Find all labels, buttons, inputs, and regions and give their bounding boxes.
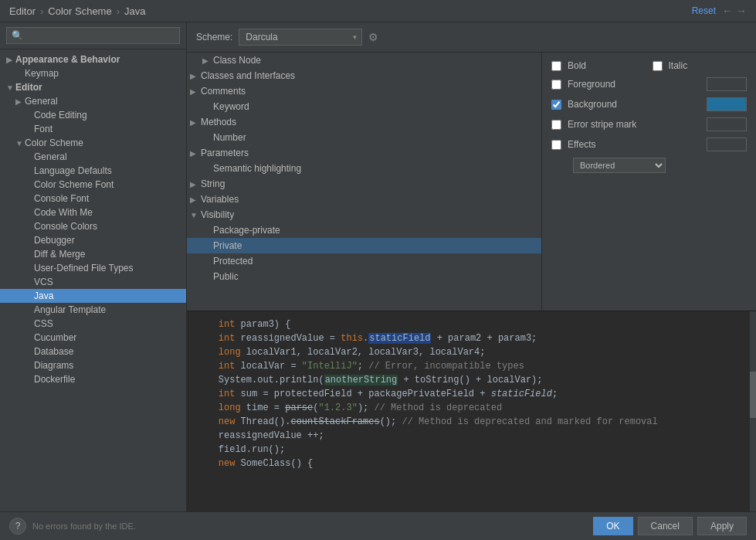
gear-button[interactable]: ⚙ bbox=[368, 31, 378, 43]
sidebar-item-label: Font bbox=[34, 124, 53, 134]
split-area: ▶ Class Node ▶ Classes and Interfaces ▶ … bbox=[187, 53, 756, 311]
opt-item-semantic[interactable]: Semantic highlighting bbox=[187, 161, 541, 176]
opt-item-label: Semantic highlighting bbox=[213, 163, 301, 174]
background-label: Background bbox=[568, 99, 700, 110]
sidebar-item-cs-general[interactable]: General bbox=[0, 150, 186, 164]
code-line: int sum = protectedField + packagePrivat… bbox=[196, 387, 747, 401]
opt-item-class-nodes[interactable]: ▶ Class Node bbox=[187, 53, 541, 68]
scheme-select[interactable]: Darcula Default High Contrast bbox=[239, 29, 362, 46]
background-color-swatch[interactable] bbox=[707, 97, 747, 111]
opt-item-visibility[interactable]: ▼ Visibility bbox=[187, 207, 541, 222]
sidebar-item-user-defined[interactable]: User-Defined File Types bbox=[0, 261, 186, 275]
reset-button[interactable]: Reset bbox=[692, 5, 716, 16]
sidebar-item-diagrams[interactable]: Diagrams bbox=[0, 358, 186, 372]
sidebar-item-general[interactable]: ▶ General bbox=[0, 94, 186, 108]
opt-item-string[interactable]: ▶ String bbox=[187, 176, 541, 192]
sidebar-item-code-with-me[interactable]: Code With Me bbox=[0, 205, 186, 219]
effects-row: Effects bbox=[551, 138, 747, 151]
sidebar-item-label: Console Colors bbox=[34, 221, 97, 232]
arrow-icon: ▼ bbox=[6, 83, 15, 92]
sidebar-item-angular-template[interactable]: Angular Template bbox=[0, 303, 186, 317]
breadcrumb-editor: Editor bbox=[9, 5, 36, 17]
sidebar-item-font[interactable]: Font bbox=[0, 122, 186, 136]
sidebar-item-label: Java bbox=[34, 290, 53, 301]
effects-color-swatch[interactable] bbox=[707, 138, 747, 151]
background-checkbox[interactable] bbox=[551, 100, 561, 110]
arrow-icon: ▶ bbox=[190, 195, 201, 204]
sidebar-item-label: Color Scheme bbox=[25, 138, 83, 148]
arrow-icon: ▶ bbox=[190, 180, 201, 188]
sidebar-item-console-colors[interactable]: Console Colors bbox=[0, 219, 186, 233]
options-tree: ▶ Class Node ▶ Classes and Interfaces ▶ … bbox=[187, 53, 542, 311]
sidebar-item-database[interactable]: Database bbox=[0, 345, 186, 358]
foreground-color-swatch[interactable] bbox=[707, 77, 747, 91]
bold-label: Bold bbox=[568, 60, 646, 71]
sidebar-item-code-editing[interactable]: Code Editing bbox=[0, 108, 186, 122]
sidebar-item-label: Diff & Merge bbox=[34, 249, 85, 260]
arrow-icon: ▼ bbox=[190, 211, 201, 219]
sidebar-item-label: General bbox=[25, 96, 58, 107]
sidebar-item-editor[interactable]: ▼ Editor bbox=[0, 80, 186, 94]
sidebar-item-debugger[interactable]: Debugger bbox=[0, 233, 186, 247]
opt-item-comments[interactable]: ▶ Comments bbox=[187, 83, 541, 99]
scrollbar-thumb[interactable] bbox=[750, 372, 756, 418]
effects-type-select[interactable]: Bordered Underscored Bold Underscored St… bbox=[573, 158, 666, 173]
sidebar-item-label: User-Defined File Types bbox=[34, 263, 134, 273]
opt-item-classes-interfaces[interactable]: ▶ Classes and Interfaces bbox=[187, 68, 541, 83]
opt-item-number[interactable]: Number bbox=[187, 130, 541, 145]
opt-item-label: Protected bbox=[213, 256, 253, 267]
sidebar-item-diff-merge[interactable]: Diff & Merge bbox=[0, 247, 186, 261]
opt-item-protected[interactable]: Protected bbox=[187, 253, 541, 269]
scheme-row: Scheme: Darcula Default High Contrast ⚙ bbox=[187, 22, 756, 53]
foreground-label: Foreground bbox=[568, 79, 700, 90]
effects-checkbox[interactable] bbox=[551, 140, 561, 150]
opt-item-label: Methods bbox=[201, 117, 236, 127]
opt-item-public[interactable]: Public bbox=[187, 269, 541, 284]
back-button[interactable]: ← bbox=[722, 5, 733, 17]
effects-type-row: Bordered Underscored Bold Underscored St… bbox=[551, 158, 747, 173]
opt-item-methods[interactable]: ▶ Methods bbox=[187, 114, 541, 130]
sidebar-item-keymap[interactable]: Keymap bbox=[0, 66, 186, 80]
forward-button[interactable]: → bbox=[736, 5, 747, 17]
arrow-icon: ▶ bbox=[202, 56, 213, 65]
error-stripe-checkbox[interactable] bbox=[551, 120, 561, 130]
opt-item-parameters[interactable]: ▶ Parameters bbox=[187, 145, 541, 161]
apply-button[interactable]: Apply bbox=[697, 517, 747, 535]
sidebar-item-vcs[interactable]: VCS bbox=[0, 275, 186, 289]
italic-label: Italic bbox=[669, 60, 748, 71]
sidebar-item-dockerfile[interactable]: Dockerfile bbox=[0, 372, 186, 386]
sidebar-item-console-font[interactable]: Console Font bbox=[0, 192, 186, 205]
sidebar-item-java[interactable]: Java bbox=[0, 289, 186, 303]
sidebar-item-label: Debugger bbox=[34, 235, 75, 246]
sidebar-item-label: Code With Me bbox=[34, 207, 93, 218]
opt-item-private[interactable]: Private bbox=[187, 238, 541, 253]
sidebar-item-color-scheme-font[interactable]: Color Scheme Font bbox=[0, 178, 186, 192]
arrow-icon: ▶ bbox=[190, 118, 201, 127]
sidebar-item-appearance[interactable]: ▶ Appearance & Behavior bbox=[0, 53, 186, 66]
help-button[interactable]: ? bbox=[9, 518, 26, 535]
sidebar-item-label: Appearance & Behavior bbox=[15, 54, 120, 65]
sidebar-item-cucumber[interactable]: Cucumber bbox=[0, 331, 186, 345]
code-line: int localVar = "IntelliJ"; // Error, inc… bbox=[196, 359, 747, 373]
breadcrumb-sep-2: › bbox=[117, 5, 120, 17]
opt-item-variables[interactable]: ▶ Variables bbox=[187, 192, 541, 207]
sidebar-item-css[interactable]: CSS bbox=[0, 317, 186, 331]
scrollbar-track bbox=[750, 311, 756, 511]
opt-item-package-private[interactable]: Package-private bbox=[187, 222, 541, 238]
foreground-checkbox[interactable] bbox=[551, 80, 561, 90]
ok-button[interactable]: OK bbox=[593, 517, 632, 535]
sidebar-item-language-defaults[interactable]: Language Defaults bbox=[0, 164, 186, 178]
search-input[interactable] bbox=[6, 27, 180, 44]
cancel-button[interactable]: Cancel bbox=[638, 517, 693, 535]
sidebar-item-label: VCS bbox=[34, 277, 53, 287]
sidebar-item-label: Editor bbox=[15, 82, 42, 93]
status-text: No errors found by the IDE. bbox=[32, 521, 136, 531]
error-stripe-color-swatch[interactable] bbox=[707, 117, 747, 131]
sidebar-item-color-scheme[interactable]: ▼ Color Scheme bbox=[0, 136, 186, 150]
opt-item-keyword[interactable]: Keyword bbox=[187, 99, 541, 114]
italic-checkbox[interactable] bbox=[653, 61, 663, 71]
breadcrumb-java: Java bbox=[124, 5, 145, 17]
sidebar-item-label: General bbox=[34, 151, 67, 162]
code-line: new SomeClass() { bbox=[196, 457, 747, 470]
bold-checkbox[interactable] bbox=[551, 61, 561, 71]
